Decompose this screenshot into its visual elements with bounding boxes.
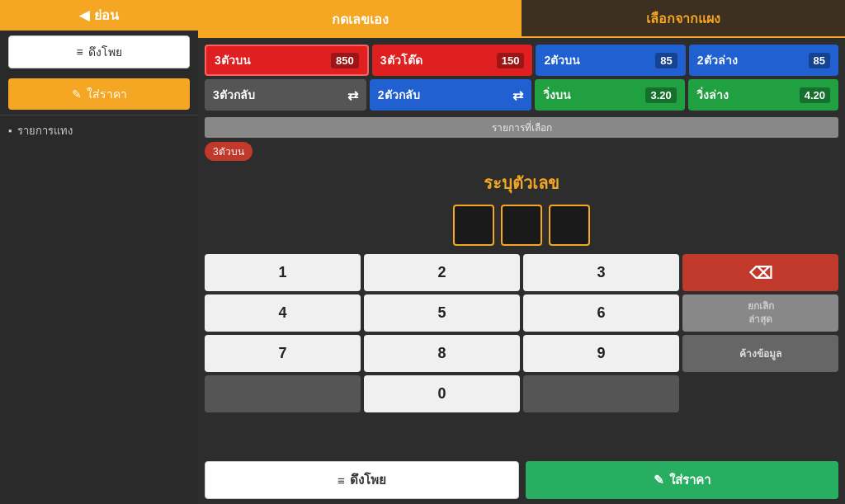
- bet-3top[interactable]: 3ตัวบน 850: [205, 45, 369, 76]
- num-9[interactable]: 9: [523, 335, 679, 372]
- num-4[interactable]: 4: [205, 294, 361, 332]
- edit-icon: ✎: [72, 87, 82, 101]
- arrow-icon: ◀: [79, 7, 89, 23]
- tab-bar: กดเลขเอง เลือกจากแผง: [198, 0, 845, 38]
- specify-title: ระบุตัวเลข: [198, 163, 845, 200]
- pull-note-button-sidebar[interactable]: ≡ ดึงโพย: [8, 35, 190, 68]
- bet-run-top[interactable]: วิ่งบน 3.20: [535, 79, 685, 111]
- bet-2bot[interactable]: 2ตัวล่าง 85: [689, 45, 838, 76]
- edit-icon-bottom: ✎: [654, 473, 664, 488]
- num-5[interactable]: 5: [364, 294, 520, 332]
- selected-bar: รายการที่เลือก: [205, 117, 838, 138]
- pull-note-button[interactable]: ≡ ดึงโพย: [205, 461, 519, 499]
- bet-3reverse[interactable]: 3ตัวกลับ ⇄: [205, 79, 366, 111]
- bet-3tod[interactable]: 3ตัวโต๊ด 150: [372, 45, 533, 76]
- tab-manual-input[interactable]: กดเลขเอง: [198, 0, 522, 38]
- bet-2reverse[interactable]: 2ตัวกลับ ⇄: [370, 79, 531, 111]
- bet-2top[interactable]: 2ตัวบน 85: [536, 45, 685, 76]
- list-bullet-icon: ▪: [8, 125, 12, 137]
- set-price-button-sidebar[interactable]: ✎ ใส่ราคา: [8, 78, 190, 110]
- list-icon: ≡: [76, 45, 83, 59]
- cancel-last-button[interactable]: ยกเลิกล่าสุด: [682, 294, 838, 332]
- sidebar: ◀ ย่อน ≡ ดึงโพย ✎ ใส่ราคา ▪ รายการแทง: [0, 0, 198, 504]
- numpad: 1 2 3 ⌫ 4 5 6 ยกเลิกล่าสุด 7 8 9 ค้างข้อ…: [198, 251, 845, 456]
- bet-row-2: 3ตัวกลับ ⇄ 2ตัวกลับ ⇄ วิ่งบน 3.20 วิ่งล่…: [205, 79, 838, 111]
- keep-data-button[interactable]: ค้างข้อมูล: [682, 335, 838, 372]
- tag-3top[interactable]: 3ตัวบน: [205, 142, 253, 161]
- bet-row-1: 3ตัวบน 850 3ตัวโต๊ด 150 2ตัวบน 85 2ตัวล่…: [205, 45, 838, 76]
- sidebar-toggle[interactable]: ◀ ย่อน: [0, 0, 198, 31]
- bet-type-grid: 3ตัวบน 850 3ตัวโต๊ด 150 2ตัวบน 85 2ตัวล่…: [198, 38, 845, 114]
- main-content: กดเลขเอง เลือกจากแผง 3ตัวบน 850 3ตัวโต๊ด…: [198, 0, 845, 504]
- digit-box-1: [453, 205, 494, 246]
- bet-list-section: ▪ รายการแทง: [0, 115, 198, 146]
- num-6[interactable]: 6: [523, 294, 679, 332]
- digit-boxes: [198, 200, 845, 251]
- delete-button[interactable]: ⌫: [682, 254, 838, 291]
- num-0[interactable]: 0: [364, 375, 520, 412]
- digit-box-2: [501, 205, 542, 246]
- bet-run-bot[interactable]: วิ่งล่าง 4.20: [688, 79, 838, 111]
- bottom-bar: ≡ ดึงโพย ✎ ใส่ราคา: [198, 456, 845, 504]
- tab-select-board[interactable]: เลือกจากแผง: [522, 0, 845, 38]
- empty-right: [523, 375, 679, 412]
- num-2[interactable]: 2: [364, 254, 520, 291]
- selected-tags: 3ตัวบน: [198, 139, 845, 163]
- set-price-button[interactable]: ✎ ใส่ราคา: [526, 461, 838, 499]
- list-icon-bottom: ≡: [338, 473, 345, 488]
- digit-box-3: [549, 205, 590, 246]
- backspace-icon: ⌫: [749, 263, 772, 283]
- num-8[interactable]: 8: [364, 335, 520, 372]
- empty-left: [205, 375, 361, 412]
- num-3[interactable]: 3: [523, 254, 679, 291]
- num-7[interactable]: 7: [205, 335, 361, 372]
- num-1[interactable]: 1: [205, 254, 361, 291]
- sidebar-header-label: ย่อน: [94, 5, 119, 26]
